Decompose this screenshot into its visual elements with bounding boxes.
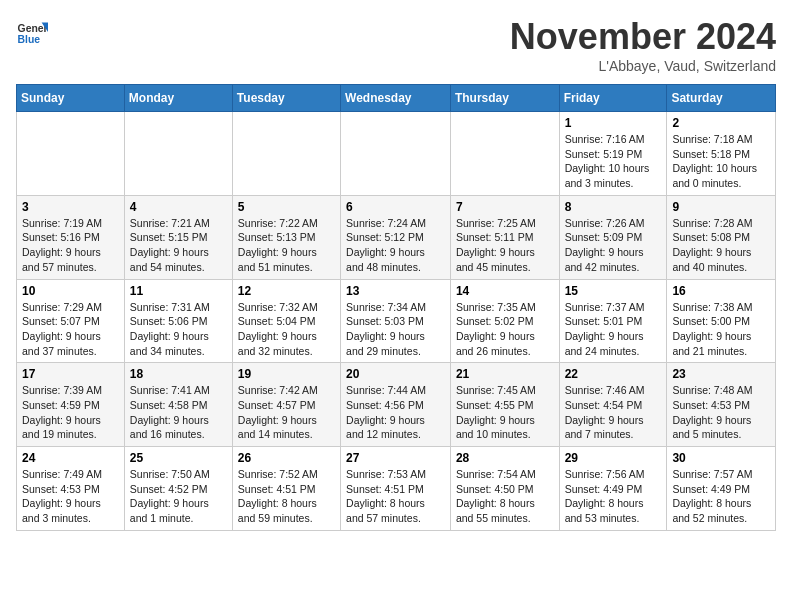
day-info: Sunrise: 7:35 AM Sunset: 5:02 PM Dayligh… — [456, 300, 554, 359]
day-info: Sunrise: 7:42 AM Sunset: 4:57 PM Dayligh… — [238, 383, 335, 442]
header-cell-friday: Friday — [559, 85, 667, 112]
day-number: 8 — [565, 200, 662, 214]
calendar-cell: 7Sunrise: 7:25 AM Sunset: 5:11 PM Daylig… — [450, 195, 559, 279]
calendar-cell: 11Sunrise: 7:31 AM Sunset: 5:06 PM Dayli… — [124, 279, 232, 363]
title-area: November 2024 L'Abbaye, Vaud, Switzerlan… — [510, 16, 776, 74]
calendar-cell — [17, 112, 125, 196]
day-info: Sunrise: 7:28 AM Sunset: 5:08 PM Dayligh… — [672, 216, 770, 275]
calendar-cell: 26Sunrise: 7:52 AM Sunset: 4:51 PM Dayli… — [232, 447, 340, 531]
day-number: 5 — [238, 200, 335, 214]
day-info: Sunrise: 7:21 AM Sunset: 5:15 PM Dayligh… — [130, 216, 227, 275]
day-info: Sunrise: 7:54 AM Sunset: 4:50 PM Dayligh… — [456, 467, 554, 526]
calendar-cell: 9Sunrise: 7:28 AM Sunset: 5:08 PM Daylig… — [667, 195, 776, 279]
day-info: Sunrise: 7:45 AM Sunset: 4:55 PM Dayligh… — [456, 383, 554, 442]
calendar-cell — [341, 112, 451, 196]
day-info: Sunrise: 7:16 AM Sunset: 5:19 PM Dayligh… — [565, 132, 662, 191]
day-info: Sunrise: 7:25 AM Sunset: 5:11 PM Dayligh… — [456, 216, 554, 275]
calendar-cell: 23Sunrise: 7:48 AM Sunset: 4:53 PM Dayli… — [667, 363, 776, 447]
day-info: Sunrise: 7:37 AM Sunset: 5:01 PM Dayligh… — [565, 300, 662, 359]
day-info: Sunrise: 7:24 AM Sunset: 5:12 PM Dayligh… — [346, 216, 445, 275]
calendar-week-3: 10Sunrise: 7:29 AM Sunset: 5:07 PM Dayli… — [17, 279, 776, 363]
calendar-cell: 21Sunrise: 7:45 AM Sunset: 4:55 PM Dayli… — [450, 363, 559, 447]
calendar-cell: 1Sunrise: 7:16 AM Sunset: 5:19 PM Daylig… — [559, 112, 667, 196]
calendar-cell: 6Sunrise: 7:24 AM Sunset: 5:12 PM Daylig… — [341, 195, 451, 279]
day-info: Sunrise: 7:39 AM Sunset: 4:59 PM Dayligh… — [22, 383, 119, 442]
day-number: 27 — [346, 451, 445, 465]
day-number: 19 — [238, 367, 335, 381]
header-cell-saturday: Saturday — [667, 85, 776, 112]
day-info: Sunrise: 7:18 AM Sunset: 5:18 PM Dayligh… — [672, 132, 770, 191]
day-info: Sunrise: 7:32 AM Sunset: 5:04 PM Dayligh… — [238, 300, 335, 359]
calendar-cell: 25Sunrise: 7:50 AM Sunset: 4:52 PM Dayli… — [124, 447, 232, 531]
calendar-body: 1Sunrise: 7:16 AM Sunset: 5:19 PM Daylig… — [17, 112, 776, 531]
day-number: 16 — [672, 284, 770, 298]
calendar-cell: 15Sunrise: 7:37 AM Sunset: 5:01 PM Dayli… — [559, 279, 667, 363]
day-info: Sunrise: 7:56 AM Sunset: 4:49 PM Dayligh… — [565, 467, 662, 526]
day-number: 26 — [238, 451, 335, 465]
calendar-cell: 22Sunrise: 7:46 AM Sunset: 4:54 PM Dayli… — [559, 363, 667, 447]
calendar-cell: 30Sunrise: 7:57 AM Sunset: 4:49 PM Dayli… — [667, 447, 776, 531]
day-number: 14 — [456, 284, 554, 298]
calendar-week-2: 3Sunrise: 7:19 AM Sunset: 5:16 PM Daylig… — [17, 195, 776, 279]
calendar-cell: 12Sunrise: 7:32 AM Sunset: 5:04 PM Dayli… — [232, 279, 340, 363]
calendar-cell: 5Sunrise: 7:22 AM Sunset: 5:13 PM Daylig… — [232, 195, 340, 279]
day-number: 22 — [565, 367, 662, 381]
calendar-cell — [450, 112, 559, 196]
calendar-cell: 17Sunrise: 7:39 AM Sunset: 4:59 PM Dayli… — [17, 363, 125, 447]
svg-text:Blue: Blue — [18, 34, 41, 45]
day-number: 23 — [672, 367, 770, 381]
day-info: Sunrise: 7:19 AM Sunset: 5:16 PM Dayligh… — [22, 216, 119, 275]
day-info: Sunrise: 7:34 AM Sunset: 5:03 PM Dayligh… — [346, 300, 445, 359]
day-number: 2 — [672, 116, 770, 130]
day-number: 7 — [456, 200, 554, 214]
day-info: Sunrise: 7:44 AM Sunset: 4:56 PM Dayligh… — [346, 383, 445, 442]
day-info: Sunrise: 7:49 AM Sunset: 4:53 PM Dayligh… — [22, 467, 119, 526]
day-info: Sunrise: 7:48 AM Sunset: 4:53 PM Dayligh… — [672, 383, 770, 442]
calendar-week-1: 1Sunrise: 7:16 AM Sunset: 5:19 PM Daylig… — [17, 112, 776, 196]
calendar-header: SundayMondayTuesdayWednesdayThursdayFrid… — [17, 85, 776, 112]
header: General Blue November 2024 L'Abbaye, Vau… — [16, 16, 776, 74]
day-info: Sunrise: 7:46 AM Sunset: 4:54 PM Dayligh… — [565, 383, 662, 442]
day-number: 4 — [130, 200, 227, 214]
day-number: 3 — [22, 200, 119, 214]
calendar-cell: 18Sunrise: 7:41 AM Sunset: 4:58 PM Dayli… — [124, 363, 232, 447]
day-info: Sunrise: 7:38 AM Sunset: 5:00 PM Dayligh… — [672, 300, 770, 359]
location: L'Abbaye, Vaud, Switzerland — [510, 58, 776, 74]
day-info: Sunrise: 7:22 AM Sunset: 5:13 PM Dayligh… — [238, 216, 335, 275]
calendar-cell — [232, 112, 340, 196]
day-number: 29 — [565, 451, 662, 465]
day-info: Sunrise: 7:41 AM Sunset: 4:58 PM Dayligh… — [130, 383, 227, 442]
calendar-cell: 29Sunrise: 7:56 AM Sunset: 4:49 PM Dayli… — [559, 447, 667, 531]
day-number: 6 — [346, 200, 445, 214]
header-cell-sunday: Sunday — [17, 85, 125, 112]
calendar-table: SundayMondayTuesdayWednesdayThursdayFrid… — [16, 84, 776, 531]
day-number: 21 — [456, 367, 554, 381]
header-cell-thursday: Thursday — [450, 85, 559, 112]
logo-icon: General Blue — [16, 16, 48, 48]
day-number: 11 — [130, 284, 227, 298]
day-info: Sunrise: 7:31 AM Sunset: 5:06 PM Dayligh… — [130, 300, 227, 359]
calendar-cell: 16Sunrise: 7:38 AM Sunset: 5:00 PM Dayli… — [667, 279, 776, 363]
calendar-cell: 24Sunrise: 7:49 AM Sunset: 4:53 PM Dayli… — [17, 447, 125, 531]
day-number: 30 — [672, 451, 770, 465]
calendar-cell: 13Sunrise: 7:34 AM Sunset: 5:03 PM Dayli… — [341, 279, 451, 363]
day-number: 17 — [22, 367, 119, 381]
calendar-cell — [124, 112, 232, 196]
header-cell-tuesday: Tuesday — [232, 85, 340, 112]
calendar-cell: 19Sunrise: 7:42 AM Sunset: 4:57 PM Dayli… — [232, 363, 340, 447]
logo: General Blue — [16, 16, 48, 48]
day-number: 24 — [22, 451, 119, 465]
calendar-cell: 4Sunrise: 7:21 AM Sunset: 5:15 PM Daylig… — [124, 195, 232, 279]
day-info: Sunrise: 7:29 AM Sunset: 5:07 PM Dayligh… — [22, 300, 119, 359]
day-number: 1 — [565, 116, 662, 130]
calendar-cell: 3Sunrise: 7:19 AM Sunset: 5:16 PM Daylig… — [17, 195, 125, 279]
day-number: 28 — [456, 451, 554, 465]
calendar-cell: 10Sunrise: 7:29 AM Sunset: 5:07 PM Dayli… — [17, 279, 125, 363]
month-title: November 2024 — [510, 16, 776, 58]
calendar-cell: 14Sunrise: 7:35 AM Sunset: 5:02 PM Dayli… — [450, 279, 559, 363]
day-number: 13 — [346, 284, 445, 298]
calendar-week-4: 17Sunrise: 7:39 AM Sunset: 4:59 PM Dayli… — [17, 363, 776, 447]
day-info: Sunrise: 7:26 AM Sunset: 5:09 PM Dayligh… — [565, 216, 662, 275]
calendar-cell: 8Sunrise: 7:26 AM Sunset: 5:09 PM Daylig… — [559, 195, 667, 279]
calendar-cell: 2Sunrise: 7:18 AM Sunset: 5:18 PM Daylig… — [667, 112, 776, 196]
